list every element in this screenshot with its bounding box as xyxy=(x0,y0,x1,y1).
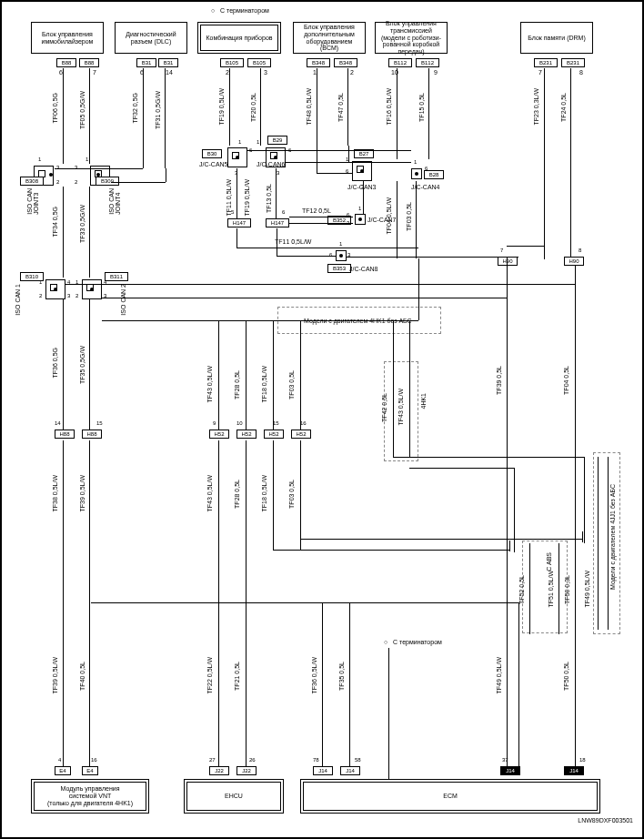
wire-tf49top: TF49 0,5L/W xyxy=(584,571,590,607)
wire-h147l-v xyxy=(236,228,237,248)
bcm-l-h xyxy=(317,173,352,174)
wire-tf40: TF40 0,5L xyxy=(79,662,86,691)
pn-can1-3: 3 xyxy=(67,293,70,298)
lbl-iso-can2: ISO CAN 2 xyxy=(120,284,126,316)
dot-joint4 xyxy=(96,173,100,177)
wire-h52-3-down xyxy=(273,440,274,550)
pn-h52-1: 9 xyxy=(213,420,216,426)
pn-can8-6: 6 xyxy=(329,252,332,258)
pin-h52-2: H52 xyxy=(236,430,257,439)
h90l-stub xyxy=(507,257,508,266)
module-ecm: ECM xyxy=(300,779,600,814)
dot-can7 xyxy=(358,217,362,221)
module-bcm: Блок управлениядополнительнымоборудовани… xyxy=(293,22,366,54)
wire-tf03b: TF03 0,5L xyxy=(288,370,295,399)
wire-tf47: TF47 0,5L xyxy=(337,93,344,122)
pin-h52-1: H52 xyxy=(209,430,229,439)
wire-drm-pair xyxy=(544,68,571,259)
wire-tf28: TF28 0,5L xyxy=(234,370,240,399)
wire-h147r-v xyxy=(277,228,277,256)
wire-tf20: TF20 0,5L xyxy=(250,93,257,122)
pin-b308: B308 xyxy=(20,177,44,186)
pin-bcm-r: B348 xyxy=(334,58,357,67)
line-diag-v xyxy=(166,168,166,182)
pn-h52-2: 10 xyxy=(236,420,243,426)
ecm-l-v xyxy=(322,602,323,766)
pin-e4-r: E4 xyxy=(82,766,98,775)
pn-h52-3: 15 xyxy=(273,420,279,426)
wire-tf24: TF24 0,5L xyxy=(560,93,567,122)
bus-h-350 xyxy=(102,320,418,321)
pin-j14-2: J14 xyxy=(340,766,360,775)
module-vnt: Модуль управлениясистемой VNT(только для… xyxy=(31,779,149,814)
pn-j14-4: 18 xyxy=(579,757,586,763)
dot-can5 xyxy=(236,156,239,159)
ecm-r-v xyxy=(349,602,350,766)
pin-j14-3: J14 xyxy=(500,766,520,775)
wire-h147r-h xyxy=(277,256,336,257)
pin-h90-r: H90 xyxy=(564,257,584,266)
pin-j22-r: J22 xyxy=(236,766,257,775)
pn-joint4-1: 1 xyxy=(86,157,88,162)
lbl-iso-can1: ISO CAN 1 xyxy=(15,284,21,316)
wire-tf51: TF51 0,5L/W xyxy=(548,571,554,607)
can3-down xyxy=(363,181,364,214)
wire-tf39b: TF39 0,5L/W xyxy=(52,657,58,693)
wire-tf16: TF16 0,5L/W xyxy=(386,88,392,125)
bcm-r-h xyxy=(348,162,411,163)
wire-tf15: TF15 0,5L xyxy=(418,93,425,122)
pn-joint3-1: 1 xyxy=(38,157,41,162)
wire-tf31: TF31 0,5G/W xyxy=(155,91,161,129)
pn-h147l-5: 5 xyxy=(231,209,234,215)
pin-combo-l: B105 xyxy=(220,58,244,67)
wire-tf11b: TF11 0,5L/W xyxy=(275,238,311,245)
terminator-top-label: С терминатором xyxy=(220,7,269,14)
pin-drm-r: B231 xyxy=(561,58,585,67)
wire-tf11-h xyxy=(236,248,418,248)
pn-h52-4: 16 xyxy=(300,420,307,426)
ecm-j14-3-v xyxy=(518,602,519,766)
pn-h147r-6: 6 xyxy=(282,209,285,215)
pin-immo-l: B88 xyxy=(56,58,76,67)
isocan-h90-h xyxy=(102,298,508,298)
can8-h90l xyxy=(346,257,518,258)
wire-tf23: TF23 0,3L/W xyxy=(533,88,539,125)
wire-tf35: TF35 0,5G/W xyxy=(79,346,86,384)
wire-tf21: TF21 0,5L xyxy=(234,662,240,691)
wire-tf05: TF05 0,5G/W xyxy=(79,91,86,129)
wire-tf33: TF33 0,5G/W xyxy=(79,205,86,243)
lbl-4hk1: 4HK1 xyxy=(420,393,427,409)
pin-b30: B30 xyxy=(202,149,222,158)
pn-can1-1: 1 xyxy=(39,279,42,285)
pn-diag-r: 14 xyxy=(166,69,173,76)
pn-drm-r: 8 xyxy=(579,69,583,76)
pn-j22-r: 26 xyxy=(249,757,256,763)
pin-e4-l: E4 xyxy=(55,766,71,775)
dot-can3 xyxy=(360,169,364,173)
pn-joint4-2: 2 xyxy=(75,179,77,185)
wire-tf03: TF03 0,5L xyxy=(406,202,412,231)
pin-h88-r: H88 xyxy=(82,430,102,439)
v-h52-4 xyxy=(300,320,301,430)
wire-tf52: TF52 0,5L xyxy=(518,575,525,604)
pn-joint3-2: 2 xyxy=(56,179,59,185)
lbl-jc-can8: J/C-CAN8 xyxy=(349,266,378,272)
pin-b29: B29 xyxy=(267,136,287,145)
wire-tf36: TF36 0,5G xyxy=(52,348,58,378)
module-ehcu: EHCU xyxy=(184,779,284,814)
pn-drm-l: 7 xyxy=(538,69,542,76)
wire-immo-pair xyxy=(63,68,90,164)
drm-l-v xyxy=(544,246,545,258)
wire-tf18b: TF18 0,5L/W xyxy=(261,475,267,511)
lbl-joint4: ISO CANJOINT4 xyxy=(108,188,121,215)
dot-joint3 xyxy=(49,173,53,177)
tf52-v xyxy=(529,543,530,634)
wire-tf32: TF32 0,5G xyxy=(132,93,138,123)
wire-tf04b: TF04 0,5L xyxy=(563,366,569,395)
wire-h52-4-down xyxy=(300,440,301,550)
pin-bcm-l: B348 xyxy=(307,58,330,67)
tf51-v xyxy=(558,543,559,634)
pn-j14-1: 78 xyxy=(313,757,319,763)
pn-can8-1: 1 xyxy=(339,241,342,247)
4jj1-v1 xyxy=(598,457,599,630)
